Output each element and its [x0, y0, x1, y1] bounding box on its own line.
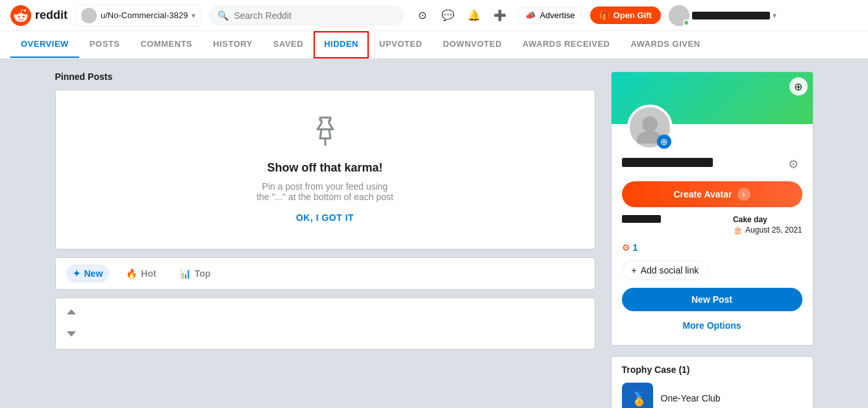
- gear-icon: ⚙: [788, 157, 799, 172]
- pinned-card-title: Show off that karma!: [69, 161, 582, 175]
- profile-dropdown-chevron: ▾: [773, 11, 776, 20]
- svg-text:🏅: 🏅: [631, 391, 647, 407]
- pin-icon: [69, 116, 582, 153]
- search-input[interactable]: [234, 10, 395, 21]
- megaphone-icon: 📣: [525, 10, 536, 20]
- tab-hidden[interactable]: HIDDEN: [314, 31, 369, 58]
- online-indicator: [683, 19, 689, 26]
- pinned-card: Show off that karma! Pin a post from you…: [55, 90, 595, 249]
- notifications-button[interactable]: 🔔: [464, 5, 484, 26]
- tab-awards-received[interactable]: AWARDS RECEIVED: [512, 31, 621, 58]
- sort-hot-label: Hot: [141, 268, 156, 279]
- search-bar[interactable]: 🔍: [209, 6, 404, 25]
- profile-top-row: ⚙: [622, 155, 802, 173]
- top-sort-icon: 📊: [180, 268, 191, 279]
- pinned-card-description: Pin a post from your feed usingthe "..."…: [69, 181, 582, 202]
- svg-point-1: [642, 116, 658, 132]
- reddit-wordmark: reddit: [35, 8, 68, 22]
- tab-overview[interactable]: OVERVIEW: [10, 31, 79, 58]
- karma-value-blurred: [622, 215, 661, 223]
- tab-awards-given[interactable]: AWARDS GIVEN: [620, 31, 710, 58]
- profile-area[interactable]: ▾: [669, 5, 776, 26]
- karma-icon: ⚙: [622, 242, 630, 253]
- profile-name-blurred: [692, 12, 770, 19]
- create-avatar-label: Create Avatar: [673, 189, 732, 199]
- sort-new-label: New: [84, 268, 103, 279]
- downvote-button[interactable]: [64, 324, 79, 340]
- content-area: [55, 298, 595, 350]
- search-icon: 🔍: [217, 10, 229, 21]
- trophy-item: 🏅 One-Year Club: [622, 383, 802, 408]
- profile-card: ⊕ ⊕ ⚙: [611, 71, 813, 346]
- karma-count: 1: [633, 242, 638, 253]
- add-social-link-button[interactable]: + Add social link: [622, 261, 709, 280]
- profile-header-avatar: [669, 5, 689, 26]
- gift-icon: 🎁: [599, 10, 610, 20]
- upvote-button[interactable]: [64, 306, 79, 322]
- trophy-icon: 🏅: [622, 383, 653, 408]
- more-options-label: More Options: [682, 320, 741, 331]
- username-label: u/No-Commercial-3829: [101, 10, 188, 20]
- profile-body: ⚙ Create Avatar › Cake day 🎂 Au: [612, 150, 813, 345]
- profile-nav: OVERVIEW POSTS COMMENTS HISTORY SAVED HI…: [0, 31, 868, 58]
- username-blurred: [622, 158, 713, 167]
- trophy-case-title: Trophy Case (1): [622, 364, 802, 375]
- profile-avatar-container: ⊕: [627, 105, 673, 150]
- create-avatar-chevron-icon: ›: [738, 188, 750, 201]
- header-icons: ⊙ 💬 🔔 ➕: [412, 5, 510, 26]
- settings-gear-button[interactable]: ⚙: [784, 155, 802, 173]
- advertise-label: Advertise: [539, 10, 575, 20]
- tab-posts[interactable]: POSTS: [79, 31, 130, 58]
- new-post-label: New Post: [691, 294, 732, 305]
- add-avatar-button[interactable]: ⊕: [657, 134, 671, 149]
- main-content: Pinned Posts Show off that karma! Pin a …: [45, 71, 824, 408]
- karma-stat: [622, 215, 661, 235]
- trophy-name: One-Year Club: [661, 393, 721, 403]
- sort-top-label: Top: [195, 268, 211, 279]
- dropdown-chevron-icon: ▾: [192, 11, 195, 20]
- plus-icon: +: [632, 265, 637, 275]
- trophy-case-card: Trophy Case (1) 🏅 One-Year Club: [611, 356, 813, 408]
- add-banner-button[interactable]: ⊕: [789, 77, 808, 96]
- tab-history[interactable]: HISTORY: [203, 31, 263, 58]
- hot-sort-icon: 🔥: [126, 268, 137, 279]
- reddit-logo[interactable]: reddit: [10, 5, 68, 26]
- tab-comments[interactable]: COMMENTS: [130, 31, 203, 58]
- cake-day-date-value: August 25, 2021: [745, 225, 802, 235]
- reddit-snoo-icon: [10, 5, 31, 26]
- sort-hot-button[interactable]: 🔥 Hot: [119, 264, 162, 283]
- new-sort-icon: ✦: [73, 268, 81, 279]
- pinned-posts-header: Pinned Posts: [55, 71, 595, 82]
- user-avatar-small: [81, 8, 97, 23]
- cake-day-date: 🎂 August 25, 2021: [733, 225, 802, 235]
- sort-new-button[interactable]: ✦ New: [66, 264, 110, 283]
- open-gift-label: Open Gift: [614, 10, 652, 20]
- ok-got-it-button[interactable]: OK, I GOT IT: [296, 212, 354, 223]
- sort-bar: ✦ New 🔥 Hot 📊 Top: [55, 257, 595, 290]
- tab-downvoted[interactable]: DOWNVOTED: [432, 31, 512, 58]
- create-avatar-button[interactable]: Create Avatar ›: [622, 181, 802, 207]
- header: reddit u/No-Commercial-3829 ▾ 🔍 ⊙ 💬 🔔 ➕ …: [0, 0, 868, 31]
- cake-day-info: Cake day 🎂 August 25, 2021: [733, 215, 802, 235]
- explore-button[interactable]: ⊙: [412, 5, 432, 26]
- new-post-button[interactable]: New Post: [622, 288, 802, 311]
- open-gift-button[interactable]: 🎁 Open Gift: [590, 6, 661, 24]
- sort-top-button[interactable]: 📊 Top: [173, 264, 217, 283]
- advertise-button[interactable]: 📣 Advertise: [518, 7, 582, 23]
- add-social-label: Add social link: [641, 265, 699, 275]
- cake-icon: 🎂: [733, 225, 743, 235]
- profile-stats-row: Cake day 🎂 August 25, 2021: [622, 215, 802, 235]
- more-options-button[interactable]: More Options: [622, 316, 802, 335]
- user-dropdown[interactable]: u/No-Commercial-3829 ▾: [75, 5, 201, 27]
- right-column: ⊕ ⊕ ⚙: [611, 71, 813, 408]
- cake-day-label: Cake day: [733, 215, 802, 224]
- tab-upvoted[interactable]: UPVOTED: [369, 31, 432, 58]
- tab-saved[interactable]: SAVED: [263, 31, 314, 58]
- karma-row: ⚙ 1: [622, 242, 802, 253]
- left-column: Pinned Posts Show off that karma! Pin a …: [55, 71, 595, 408]
- add-button[interactable]: ➕: [490, 5, 510, 26]
- chat-button[interactable]: 💬: [438, 5, 458, 26]
